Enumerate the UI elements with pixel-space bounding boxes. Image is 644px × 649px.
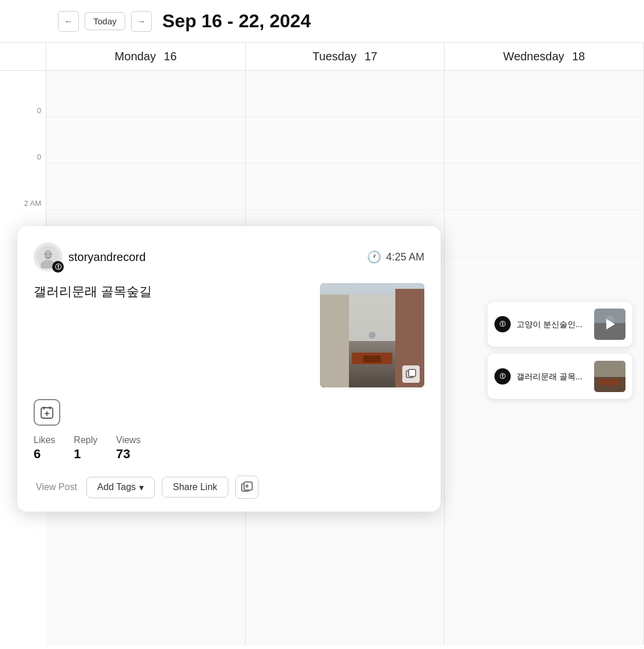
threads-badge: ⓣ — [52, 261, 64, 273]
threads-icon: ⓣ — [55, 263, 61, 271]
avatar-wrap: ⓣ — [34, 242, 63, 271]
hour-line — [445, 117, 643, 164]
svg-point-3 — [45, 253, 47, 255]
day-header-wednesday: Wednesday 18 — [445, 43, 644, 70]
related-thumb-1 — [594, 309, 625, 340]
add-tags-button[interactable]: Add Tags ▾ — [86, 477, 155, 498]
related-text-1: 고양이 분신술인... — [516, 319, 588, 329]
add-to-calendar-button[interactable] — [34, 399, 60, 426]
copy-button[interactable] — [235, 476, 259, 499]
popup-footer: View Post Add Tags ▾ Share Link — [34, 476, 424, 499]
svg-rect-7 — [320, 295, 349, 387]
popup-time: 🕐 4:25 AM — [367, 250, 424, 264]
views-label: Views — [116, 435, 140, 445]
next-button[interactable]: → — [131, 11, 152, 32]
calendar-header: ← Today → Sep 16 - 22, 2024 — [0, 0, 644, 42]
day-header-monday: Monday 16 — [46, 43, 246, 70]
day-name-wednesday: Wednesday — [503, 50, 564, 63]
time-slot-2am: 2 AM — [0, 164, 46, 210]
popup-actions — [34, 399, 424, 426]
related-icon-2: ⓣ — [494, 368, 511, 385]
popup-body: 갤러리문래 골목숲길 — [34, 283, 424, 387]
hour-line — [246, 71, 445, 117]
share-link-button[interactable]: Share Link — [162, 477, 228, 498]
hour-line — [445, 164, 643, 210]
copy-icon — [406, 369, 416, 379]
image-overlay-icon — [402, 365, 420, 383]
day-name-tuesday: Tuesday — [312, 50, 356, 63]
username-label: storyandrecord — [68, 251, 145, 264]
calendar-wrapper: ← Today → Sep 16 - 22, 2024 Monday 16 Tu… — [0, 0, 644, 649]
post-image — [320, 283, 424, 387]
popup-stats: Likes 6 Reply 1 Views 73 — [34, 435, 424, 462]
stat-likes: Likes 6 — [34, 435, 55, 462]
related-thumb-image-2 — [594, 361, 625, 392]
svg-point-4 — [50, 253, 52, 255]
likes-label: Likes — [34, 435, 55, 445]
hour-line — [46, 71, 245, 117]
views-value: 73 — [116, 447, 140, 462]
popup-user: ⓣ storyandrecord — [34, 242, 145, 271]
related-icon-1: ⓣ — [494, 316, 511, 332]
svg-point-12 — [369, 332, 376, 339]
date-range-title: Sep 16 - 22, 2024 — [162, 10, 311, 32]
day-num-wednesday: 18 — [572, 50, 585, 63]
related-text-2: 갤러리문래 골목... — [516, 371, 588, 382]
stat-reply: Reply 1 — [74, 435, 97, 462]
header-spacer — [0, 43, 46, 70]
hour-line — [445, 71, 643, 117]
hour-line — [246, 164, 445, 210]
related-panel: ⓣ 고양이 분신술인... ⓣ 갤러리문래 골목... — [487, 302, 632, 399]
time-slot-0b: 0 — [0, 117, 46, 164]
reply-label: Reply — [74, 435, 97, 445]
related-card-2[interactable]: ⓣ 갤러리문래 골목... — [487, 354, 632, 399]
post-popup: ⓣ storyandrecord 🕐 4:25 AM 갤러리문래 골목숲길 — [17, 226, 441, 512]
stat-views: Views 73 — [116, 435, 140, 462]
copy-icon — [241, 481, 253, 493]
time-value: 4:25 AM — [386, 251, 424, 263]
post-text: 갤러리문래 골목숲길 — [34, 283, 308, 301]
calendar-add-icon — [41, 406, 53, 419]
prev-button[interactable]: ← — [58, 11, 79, 32]
clock-icon: 🕐 — [367, 250, 381, 264]
play-triangle-icon — [606, 319, 615, 329]
play-button-overlay — [594, 309, 625, 340]
day-header-tuesday: Tuesday 17 — [246, 43, 445, 70]
day-num-monday: 16 — [164, 50, 177, 63]
day-headers: Monday 16 Tuesday 17 Wednesday 18 — [0, 42, 644, 71]
related-thumb-2 — [594, 361, 625, 392]
reply-value: 1 — [74, 447, 97, 462]
related-card-1[interactable]: ⓣ 고양이 분신술인... — [487, 302, 632, 347]
time-slot-0a: 0 — [0, 71, 46, 117]
svg-rect-11 — [363, 356, 381, 362]
today-button[interactable]: Today — [85, 12, 125, 30]
hour-line — [246, 117, 445, 164]
add-tags-chevron: ▾ — [139, 482, 144, 493]
view-post-button[interactable]: View Post — [34, 477, 79, 497]
day-num-tuesday: 17 — [365, 50, 377, 63]
svg-rect-29 — [600, 379, 620, 385]
hour-line — [445, 210, 643, 256]
popup-header: ⓣ storyandrecord 🕐 4:25 AM — [34, 242, 424, 271]
day-name-monday: Monday — [115, 50, 156, 63]
svg-rect-14 — [409, 369, 416, 376]
likes-value: 6 — [34, 447, 55, 462]
add-tags-label: Add Tags — [97, 482, 136, 492]
hour-line — [46, 164, 245, 210]
hour-line — [46, 117, 245, 164]
